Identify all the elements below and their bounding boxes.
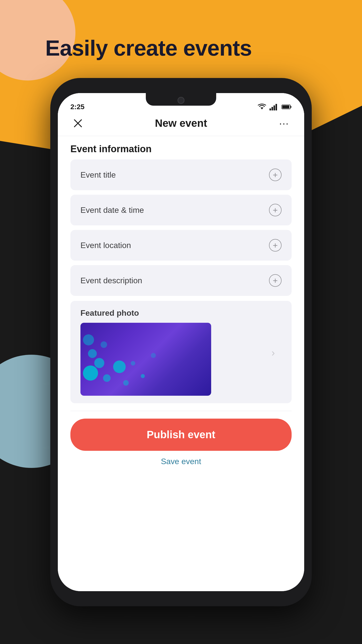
featured-photo-label: Featured photo [80,308,266,318]
featured-photo-section[interactable]: Featured photo [70,301,292,403]
event-location-field[interactable]: Event location + [70,230,292,261]
signal-icon [269,103,279,110]
section-label: Event information [58,136,304,159]
phone-camera [177,97,185,104]
close-icon [73,119,82,128]
svg-marker-0 [260,107,263,109]
event-description-field[interactable]: Event description + [70,265,292,296]
svg-rect-3 [274,105,275,110]
photo-content: Featured photo [80,308,266,396]
event-description-label: Event description [80,276,142,285]
phone-mockup: 2:25 [50,78,312,606]
form-fields: Event title + Event date & time + Event … [58,159,304,296]
event-description-add-icon: + [269,274,282,287]
more-button[interactable]: ··· [277,116,292,131]
event-datetime-field[interactable]: Event date & time + [70,195,292,225]
event-location-label: Event location [80,241,131,250]
svg-rect-6 [290,106,291,108]
event-location-add-icon: + [269,239,282,252]
app-content: 2:25 [58,93,304,591]
svg-rect-1 [269,108,271,110]
wifi-icon [257,103,266,110]
more-dots-icon: ··· [279,118,289,128]
photo-chevron-icon: › [272,347,282,357]
event-datetime-label: Event date & time [80,206,144,215]
save-label: Save event [161,457,201,466]
status-time: 2:25 [70,103,84,111]
app-header: New event ··· [58,108,304,136]
publish-button[interactable]: Publish event [70,419,292,451]
photo-thumbnail [80,323,211,396]
save-link[interactable]: Save event [58,451,304,472]
status-icons [257,103,292,110]
event-datetime-add-icon: + [269,204,282,216]
divider [70,411,292,411]
close-button[interactable] [70,116,85,131]
svg-rect-4 [276,104,277,110]
publish-label: Publish event [147,429,215,440]
header-title: New event [155,117,207,129]
svg-rect-7 [282,105,289,108]
phone-notch [146,93,216,106]
event-title-label: Event title [80,170,116,180]
svg-rect-2 [272,107,273,110]
phone-screen: 2:25 [58,93,304,591]
event-title-field[interactable]: Event title + [70,159,292,190]
page-headline: Easily create events [45,35,252,61]
battery-icon [282,104,292,110]
event-title-add-icon: + [269,169,282,181]
